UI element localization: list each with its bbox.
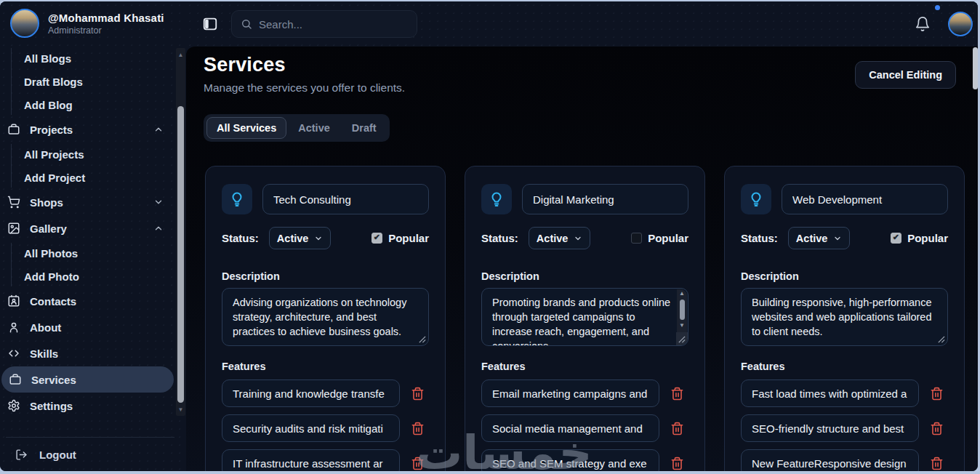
scroll-down-arrow-icon[interactable]: ▼ — [679, 321, 685, 330]
sidebar-item-add-blog[interactable]: Add Blog — [0, 93, 174, 116]
main-scrollbar-thumb[interactable] — [973, 47, 978, 89]
trash-icon — [930, 422, 944, 435]
cart-icon — [7, 196, 20, 209]
main-column: Services Manage the services you offer t… — [186, 1, 978, 471]
service-title-input[interactable] — [522, 184, 688, 214]
feature-input[interactable] — [741, 379, 919, 407]
feature-input[interactable] — [222, 449, 400, 471]
sidebar-toggle-icon[interactable] — [202, 16, 218, 32]
description-textarea[interactable]: Promoting brands and products online thr… — [481, 288, 688, 346]
service-card: Status: Active Popular — [724, 166, 965, 471]
status-label: Status: — [481, 232, 518, 244]
profile-name: @Mohammad Khasati — [48, 12, 164, 24]
trash-icon — [670, 422, 684, 435]
sidebar-item-add-project[interactable]: Add Project — [0, 166, 174, 189]
bell-icon[interactable] — [915, 16, 931, 32]
sidebar-item-about[interactable]: About — [0, 314, 174, 340]
profile-section[interactable]: @Mohammad Khasati Administrator — [0, 1, 186, 47]
search-input[interactable] — [259, 18, 408, 31]
main-content: Services Manage the services you offer t… — [186, 47, 978, 471]
features-label: Features — [741, 361, 948, 372]
sidebar-item-services[interactable]: Services — [1, 366, 174, 393]
sidebar-item-add-photo[interactable]: Add Photo — [0, 265, 174, 288]
status-label: Status: — [222, 232, 259, 244]
delete-feature-button[interactable] — [411, 457, 425, 470]
user-avatar[interactable] — [948, 12, 973, 36]
delete-feature-button[interactable] — [670, 422, 684, 435]
search-box[interactable] — [231, 10, 417, 38]
resize-handle-icon[interactable] — [937, 335, 945, 343]
popular-checkbox[interactable]: Popular — [891, 232, 948, 244]
chevron-down-icon — [833, 234, 842, 243]
features-label: Features — [481, 361, 688, 372]
feature-input[interactable] — [222, 379, 400, 407]
status-select[interactable]: Active — [788, 227, 851, 249]
feature-input[interactable] — [481, 449, 659, 471]
status-select[interactable]: Active — [529, 227, 591, 249]
app-window: @Mohammad Khasati Administrator All Blog… — [0, 1, 978, 471]
service-card: Status: Active Popular — [205, 166, 446, 471]
tab-draft[interactable]: Draft — [342, 117, 387, 139]
sidebar: @Mohammad Khasati Administrator All Blog… — [0, 1, 186, 471]
service-icon-box — [741, 184, 771, 214]
sidebar-item-draft-blogs[interactable]: Draft Blogs — [0, 70, 174, 93]
trash-icon — [930, 387, 944, 401]
delete-feature-button[interactable] — [930, 422, 944, 435]
description-textarea[interactable]: Advising organizations on technology str… — [222, 288, 429, 346]
delete-feature-button[interactable] — [930, 457, 944, 470]
sidebar-item-shops[interactable]: Shops — [0, 189, 174, 215]
textarea-scrollbar-thumb[interactable] — [680, 300, 685, 320]
trash-icon — [670, 387, 684, 401]
delete-feature-button[interactable] — [411, 387, 425, 401]
feature-input[interactable] — [741, 449, 919, 471]
sidebar-item-settings[interactable]: Settings — [0, 393, 174, 419]
service-title-input[interactable] — [262, 184, 429, 214]
sidebar-item-all-photos[interactable]: All Photos — [0, 241, 174, 265]
sidebar-scrollbar[interactable]: ▲ ▼ — [176, 48, 185, 416]
popular-checkbox[interactable]: Popular — [631, 232, 688, 244]
tab-all-services[interactable]: All Services — [206, 117, 286, 139]
trash-icon — [411, 387, 425, 401]
feature-input[interactable] — [481, 414, 659, 442]
delete-feature-button[interactable] — [670, 387, 684, 401]
sidebar-item-skills[interactable]: Skills — [0, 340, 174, 366]
resize-handle-icon[interactable] — [678, 335, 686, 343]
profile-avatar — [10, 9, 39, 38]
cancel-editing-button[interactable]: Cancel Editing — [855, 61, 956, 89]
resize-handle-icon[interactable] — [418, 335, 426, 343]
search-icon — [241, 18, 252, 30]
checkbox-icon[interactable] — [891, 233, 901, 244]
scroll-up-arrow-icon[interactable]: ▲ — [176, 49, 185, 60]
popular-checkbox[interactable]: Popular — [371, 232, 429, 244]
logout-button[interactable]: Logout — [0, 438, 186, 471]
status-label: Status: — [741, 232, 778, 244]
trash-icon — [411, 422, 425, 435]
feature-input[interactable] — [222, 414, 400, 442]
scroll-down-arrow-icon[interactable]: ▼ — [176, 404, 185, 414]
sidebar-item-contacts[interactable]: Contacts — [0, 288, 174, 314]
feature-input[interactable] — [741, 414, 919, 442]
delete-feature-button[interactable] — [670, 457, 684, 470]
lightbulb-icon — [747, 190, 765, 208]
features-label: Features — [222, 361, 429, 372]
sidebar-item-all-blogs[interactable]: All Blogs — [0, 47, 174, 70]
service-icon-box — [481, 184, 512, 214]
description-label: Description — [741, 270, 948, 282]
feature-input[interactable] — [481, 379, 659, 407]
chevron-down-icon — [153, 197, 164, 207]
scroll-up-arrow-icon[interactable]: ▲ — [679, 289, 685, 298]
trash-icon — [930, 457, 944, 470]
checkbox-icon[interactable] — [371, 233, 382, 244]
tab-active[interactable]: Active — [288, 117, 340, 139]
sidebar-scrollbar-thumb[interactable] — [177, 106, 184, 403]
delete-feature-button[interactable] — [411, 422, 425, 435]
delete-feature-button[interactable] — [930, 387, 944, 401]
sidebar-item-gallery[interactable]: Gallery — [0, 215, 174, 241]
description-textarea[interactable]: Building responsive, high-performance we… — [741, 288, 948, 346]
image-icon — [7, 222, 20, 235]
checkbox-icon[interactable] — [631, 233, 642, 244]
service-title-input[interactable] — [782, 184, 948, 214]
status-select[interactable]: Active — [269, 227, 332, 249]
sidebar-item-projects[interactable]: Projects — [0, 116, 174, 142]
sidebar-item-all-projects[interactable]: All Projects — [0, 142, 174, 166]
